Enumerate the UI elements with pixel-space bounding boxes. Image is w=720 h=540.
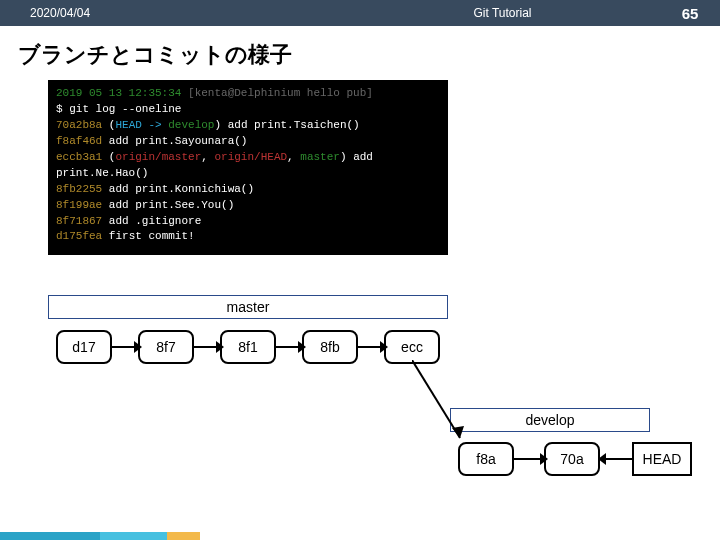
commit-node: f8a (458, 442, 514, 476)
commit-node: ecc (384, 330, 440, 364)
branch-label-develop: develop (450, 408, 650, 432)
terminal-command-line: $ git log --oneline (56, 102, 440, 118)
header-title: Git Tutorial (345, 6, 660, 20)
commit-node: 8f7 (138, 330, 194, 364)
log-line: f8af46d add print.Sayounara() (56, 134, 440, 150)
log-line: d175fea first commit! (56, 229, 440, 245)
header-page: 65 (660, 5, 720, 22)
commit-node: 8fb (302, 330, 358, 364)
terminal-userhost: [kenta@Delphinium hello pub] (188, 87, 373, 99)
branch-label-master: master (48, 295, 448, 319)
slide-header: 2020/04/04 Git Tutorial 65 (0, 0, 720, 26)
log-line: 70a2b8a (HEAD -> develop) add print.Tsai… (56, 118, 440, 134)
log-line: eccb3a1 (origin/master, origin/HEAD, mas… (56, 150, 440, 182)
log-line: 8f199ae add print.See.You() (56, 198, 440, 214)
arrow-head-icon (216, 341, 224, 353)
svg-line-0 (412, 360, 460, 438)
arrow-head-icon (598, 453, 606, 465)
arrow-head-icon (298, 341, 306, 353)
arrow-head-icon (540, 453, 548, 465)
arrow-head-icon (134, 341, 142, 353)
footer-accent (0, 532, 200, 540)
head-label: HEAD (632, 442, 692, 476)
commit-node: d17 (56, 330, 112, 364)
terminal-output: 2019 05 13 12:35:34 [kenta@Delphinium he… (48, 80, 448, 255)
commit-node: 70a (544, 442, 600, 476)
header-date: 2020/04/04 (0, 6, 345, 20)
terminal-timestamp: 2019 05 13 12:35:34 (56, 87, 181, 99)
terminal-command: git log --oneline (69, 103, 181, 115)
terminal-prompt: $ (56, 103, 63, 115)
arrow-head-icon (380, 341, 388, 353)
slide-title: ブランチとコミットの様子 (0, 26, 720, 80)
commit-node: 8f1 (220, 330, 276, 364)
arrow-diagonal-icon (412, 360, 472, 450)
terminal-prompt-line: 2019 05 13 12:35:34 [kenta@Delphinium he… (56, 86, 440, 102)
log-line: 8f71867 add .gitignore (56, 214, 440, 230)
log-line: 8fb2255 add print.Konnichiwa() (56, 182, 440, 198)
